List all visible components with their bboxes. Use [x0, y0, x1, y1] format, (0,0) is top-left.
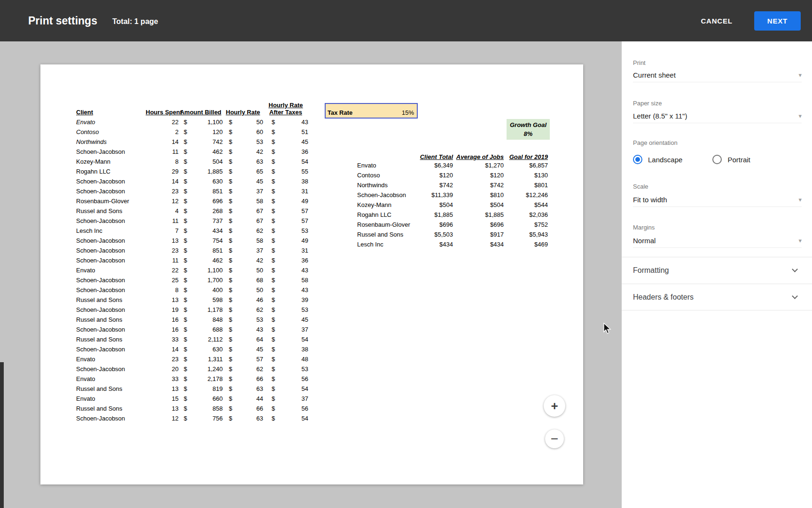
main-table-body: Envato22$1,100$50$43Contoso2$120$60$51No…: [76, 117, 308, 423]
summary-header-average: Average of Jobs: [453, 150, 504, 160]
cell-client: Russel and Sons: [76, 334, 146, 344]
cell-client-total: $11,339: [409, 190, 453, 200]
main-table-header-row: Client Hours Spent Amount Billed Hourly …: [76, 100, 308, 117]
growth-goal-cell: Growth Goal 8%: [507, 119, 550, 140]
headers-footers-section-toggle[interactable]: Headers & footers: [622, 284, 812, 310]
cell-dollar-sign: $: [223, 285, 232, 295]
cell-hours: 13: [146, 236, 179, 246]
cell-dollar-sign: $: [223, 226, 232, 236]
cell-dollar-sign: $: [223, 325, 232, 334]
main-table-row: Russel and Sons4$268$67$57: [76, 206, 308, 216]
cell-dollar-sign: $: [263, 285, 274, 295]
cell-dollar-sign: $: [223, 413, 232, 423]
cell-after-taxes: 45: [274, 315, 308, 325]
cell-after-taxes: 39: [274, 295, 308, 305]
cell-dollar-sign: $: [179, 265, 188, 275]
cell-amount: 737: [188, 216, 223, 226]
cell-after-taxes: 57: [274, 216, 308, 226]
cell-rate: 50: [232, 285, 263, 295]
cell-hours: 19: [146, 305, 179, 315]
cell-hours: 20: [146, 364, 179, 374]
growth-goal-value: 8%: [507, 129, 550, 138]
cell-amount: 851: [188, 246, 223, 255]
cell-amount: 268: [188, 206, 223, 216]
paper-size-dropdown[interactable]: Letter (8.5" x 11") ▾: [633, 109, 802, 123]
main-table-row: Northwinds14$742$53$45: [76, 137, 308, 147]
cell-dollar-sign: $: [179, 157, 188, 167]
cell-after-taxes: 43: [274, 285, 308, 295]
cell-dollar-sign: $: [263, 236, 274, 246]
cell-rate: 45: [232, 344, 263, 354]
cell-client: Kozey-Mann: [76, 157, 146, 167]
dropdown-arrow-icon: ▾: [798, 71, 802, 79]
summary-table: Client Total Average of Jobs Goal for 20…: [357, 150, 548, 249]
cell-client: Envato: [76, 117, 146, 127]
main-table-row: Envato22$1,100$50$43: [76, 117, 308, 127]
print-dropdown[interactable]: Current sheet ▾: [633, 68, 802, 82]
cell-amount: 1,100: [188, 265, 223, 275]
cell-after-taxes: 54: [274, 384, 308, 394]
main-table-row: Lesch Inc7$434$62$53: [76, 226, 308, 236]
cell-client: Schoen-Jacobson: [76, 216, 146, 226]
scale-dropdown[interactable]: Fit to width ▾: [633, 193, 802, 207]
cell-amount: 434: [188, 226, 223, 236]
cell-dollar-sign: $: [223, 305, 232, 315]
cell-client: Schoen-Jacobson: [76, 176, 146, 186]
cell-rate: 50: [232, 265, 263, 275]
main-table-row: Schoen-Jacobson12$756$63$54: [76, 413, 308, 423]
cell-after-taxes: 36: [274, 147, 308, 157]
cell-amount: 742: [188, 137, 223, 147]
cell-rate: 62: [232, 364, 263, 374]
cell-after-taxes: 31: [274, 186, 308, 196]
main-table-row: Schoen-Jacobson14$630$45$38: [76, 344, 308, 354]
main-table-row: Schoen-Jacobson8$400$50$43: [76, 285, 308, 295]
cell-amount: 2,178: [188, 374, 223, 384]
cell-goal: $12,246: [504, 190, 548, 200]
cell-client-total: $742: [409, 180, 453, 190]
cell-client: Schoen-Jacobson: [76, 246, 146, 255]
cell-rate: 63: [232, 157, 263, 167]
cell-average: $1,270: [453, 160, 504, 170]
cell-dollar-sign: $: [263, 364, 274, 374]
cell-client: Envato: [76, 394, 146, 404]
cell-average: $696: [453, 220, 504, 230]
cell-hours: 11: [146, 255, 179, 265]
cell-client-total: $504: [409, 200, 453, 210]
cell-after-taxes: 37: [274, 325, 308, 334]
zoom-in-button[interactable]: +: [544, 395, 565, 417]
main-table-row: Envato23$1,311$57$48: [76, 354, 308, 364]
cancel-button[interactable]: CANCEL: [701, 17, 732, 25]
cell-amount: 400: [188, 285, 223, 295]
cell-after-taxes: 48: [274, 354, 308, 364]
cell-client: Schoen-Jacobson: [76, 236, 146, 246]
paper-size-dropdown-value: Letter (8.5" x 11"): [633, 112, 687, 120]
zoom-out-button[interactable]: −: [545, 429, 564, 448]
margins-dropdown[interactable]: Normal ▾: [633, 234, 802, 248]
cell-amount: 1,100: [188, 117, 223, 127]
cell-rate: 53: [232, 315, 263, 325]
cell-dollar-sign: $: [179, 404, 188, 413]
cell-dollar-sign: $: [179, 315, 188, 325]
dropdown-arrow-icon: ▾: [798, 112, 802, 119]
cell-client: Schoen-Jacobson: [357, 190, 409, 200]
portrait-radio-label: Portrait: [727, 156, 750, 164]
formatting-section-toggle[interactable]: Formatting: [622, 257, 812, 284]
cell-after-taxes: 58: [274, 275, 308, 285]
next-button[interactable]: NEXT: [754, 11, 801, 31]
cell-dollar-sign: $: [179, 344, 188, 354]
cell-goal: $469: [504, 239, 548, 249]
landscape-radio-option[interactable]: Landscape: [633, 155, 682, 164]
cell-after-taxes: 49: [274, 196, 308, 206]
cell-after-taxes: 43: [274, 117, 308, 127]
cell-client-total: $120: [409, 170, 453, 180]
portrait-radio-option[interactable]: Portrait: [712, 155, 750, 164]
main-table-row: Envato22$1,100$50$43: [76, 265, 308, 275]
cell-dollar-sign: $: [263, 147, 274, 157]
cell-after-taxes: 53: [274, 364, 308, 374]
cell-average: $504: [453, 200, 504, 210]
mouse-cursor: [602, 323, 613, 334]
cell-rate: 67: [232, 216, 263, 226]
cell-dollar-sign: $: [223, 167, 232, 176]
cell-after-taxes: 49: [274, 236, 308, 246]
main-table-row: Rogahn LLC29$1,885$65$55: [76, 167, 308, 176]
